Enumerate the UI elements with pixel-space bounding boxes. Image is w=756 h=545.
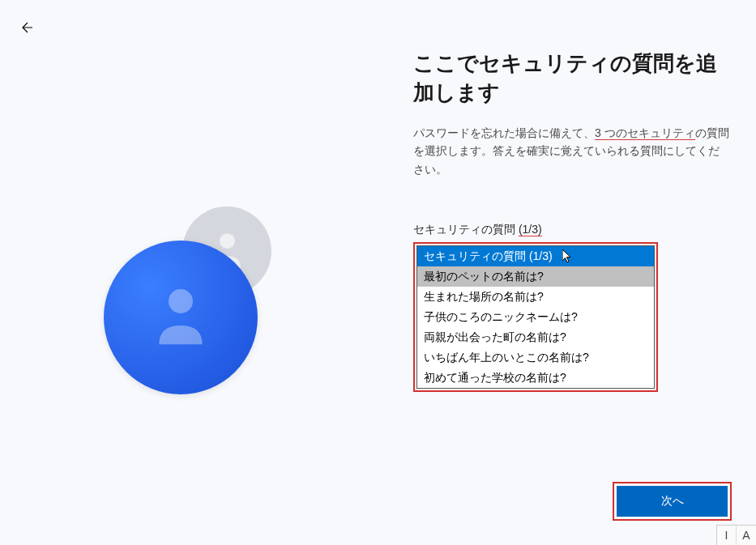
dropdown-option[interactable]: いちばん年上のいとこの名前は? bbox=[417, 347, 654, 368]
user-illustration bbox=[89, 182, 300, 393]
description-highlight: 3 つのセキュリティ bbox=[595, 126, 695, 140]
security-question-dropdown[interactable]: セキュリティの質問 (1/3) 最初のペットの名前は? 生まれた場所の名前は? … bbox=[416, 245, 655, 389]
dropdown-option[interactable]: 最初のペットの名前は? bbox=[417, 266, 654, 287]
svg-point-0 bbox=[220, 233, 235, 249]
arrow-left-icon bbox=[21, 21, 34, 34]
dropdown-option[interactable]: 初めて通った学校の名前は? bbox=[417, 368, 654, 388]
dropdown-selected[interactable]: セキュリティの質問 (1/3) bbox=[417, 246, 654, 266]
ime-indicator: I A bbox=[716, 525, 756, 545]
next-button-highlight: 次へ bbox=[613, 482, 732, 521]
dropdown-option[interactable]: 子供のころのニックネームは? bbox=[417, 307, 654, 327]
dropdown-option[interactable]: 両親が出会った町の名前は? bbox=[417, 327, 654, 347]
question-label-text: セキュリティの質問 bbox=[413, 223, 519, 236]
back-button[interactable] bbox=[21, 21, 37, 37]
content-panel: ここでセキュリティの質問を追加します パスワードを忘れた場合に備えて、3 つのセ… bbox=[413, 49, 729, 392]
page-title: ここでセキュリティの質問を追加します bbox=[413, 49, 729, 108]
next-button[interactable]: 次へ bbox=[617, 486, 728, 517]
dropdown-highlight-box: セキュリティの質問 (1/3) 最初のペットの名前は? 生まれた場所の名前は? … bbox=[413, 242, 658, 392]
user-avatar-large bbox=[104, 241, 258, 394]
ime-input-mode[interactable]: I bbox=[717, 526, 737, 545]
question-label: セキュリティの質問 (1/3) bbox=[413, 223, 729, 237]
ime-lang-mode[interactable]: A bbox=[737, 526, 756, 545]
dropdown-option[interactable]: 生まれた場所の名前は? bbox=[417, 287, 654, 307]
page-description: パスワードを忘れた場合に備えて、3 つのセキュリティの質問を選択します。答えを確… bbox=[413, 124, 729, 178]
description-text: パスワードを忘れた場合に備えて、 bbox=[413, 126, 595, 139]
question-count: (1/3) bbox=[519, 223, 542, 236]
svg-point-1 bbox=[169, 289, 193, 313]
person-icon bbox=[152, 285, 209, 350]
